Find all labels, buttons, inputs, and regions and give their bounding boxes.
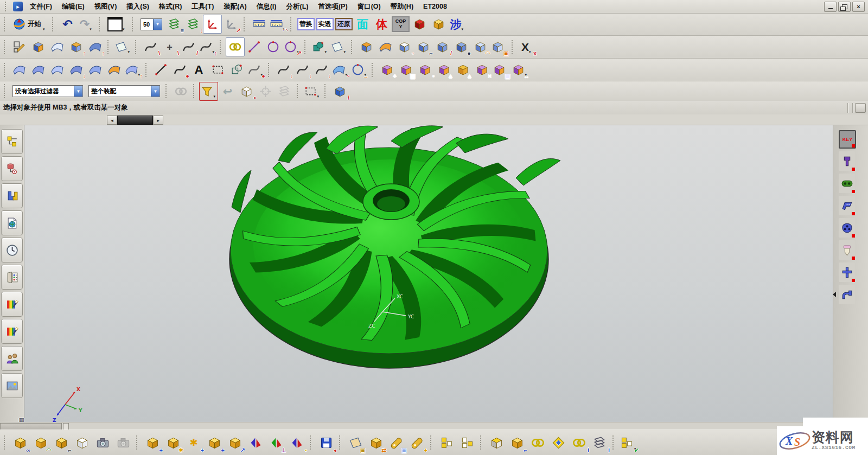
dropdown-arrow[interactable]: ▾ (462, 27, 465, 31)
minimize-button[interactable] (824, 2, 837, 12)
menu-format[interactable]: 格式(R) (154, 1, 187, 13)
snapshot-disabled-icon[interactable] (113, 432, 133, 453)
eraser-icon[interactable]: ▪ (237, 82, 256, 101)
show-component-icon[interactable]: ⌐ (51, 432, 72, 453)
menu-analysis[interactable]: 分析(L) (281, 1, 313, 13)
fillet-surface-icon[interactable] (105, 60, 124, 79)
sheet-mesh-icon[interactable] (48, 37, 67, 56)
move-object-icon[interactable]: + (378, 60, 397, 79)
dropdown-arrow[interactable]: ▾ (128, 50, 132, 54)
link-info-icon[interactable]: i (569, 432, 589, 453)
menu-information[interactable]: 信息(I) (252, 1, 282, 13)
cavity-icon[interactable]: ▫ (395, 37, 414, 56)
sequence-icon[interactable] (457, 432, 477, 453)
snapshot-icon[interactable] (92, 432, 113, 453)
offset-sheet-icon[interactable]: ↕ (86, 37, 105, 56)
display-color-swatch[interactable]: ▾ (105, 15, 129, 34)
relations-browser-icon[interactable]: i (589, 432, 610, 453)
curve-arc-icon[interactable]: ● (170, 60, 189, 79)
ruled-surface-icon[interactable] (10, 60, 29, 79)
trim-body-icon[interactable]: / (433, 37, 452, 56)
interference-check-button[interactable]: 涉▾ (448, 15, 467, 34)
remember-constraints-icon[interactable]: ◂ (316, 432, 336, 453)
scroll-left-button[interactable]: ◂ (107, 116, 117, 125)
copy-object-icon[interactable]: ▣ (397, 60, 416, 79)
delete-object-icon[interactable]: × (473, 60, 492, 79)
visualization-icon[interactable] (1, 292, 23, 317)
trim-curve-icon[interactable]: \ (141, 37, 160, 56)
edit-suppression-icon[interactable]: + (407, 432, 427, 453)
palette-collapse-arrow[interactable] (833, 292, 836, 297)
circle-icon[interactable] (264, 37, 283, 56)
interpart-rings-icon[interactable] (527, 432, 548, 453)
boss-icon[interactable]: ◠ (471, 37, 490, 56)
layer-visible-in-view-icon[interactable]: ↓ (184, 15, 203, 34)
section-curve-icon[interactable]: ~▾ (331, 60, 350, 79)
through-curves-icon[interactable] (29, 60, 48, 79)
pattern-circular-icon[interactable]: ▲ (454, 60, 473, 79)
rollback-icon[interactable]: ↩ (218, 82, 237, 101)
snap-point-funnel-icon[interactable]: ▾ (199, 82, 218, 101)
redo-icon[interactable]: ↷▾ (77, 15, 96, 34)
menu-window[interactable]: 窗口(O) (353, 1, 386, 13)
dropdown-arrow[interactable]: ▾ (344, 50, 348, 54)
palette-part-plug[interactable] (839, 151, 855, 171)
assembly-constraints-icon[interactable] (245, 432, 266, 453)
palette-part-elbow[interactable] (839, 285, 855, 304)
extrude-icon[interactable] (357, 37, 376, 56)
menu-preferences[interactable]: 首选项(P) (313, 1, 352, 13)
mirror-body-icon[interactable] (29, 37, 48, 56)
dropdown-arrow[interactable]: ▾ (43, 27, 47, 31)
history-icon[interactable] (1, 238, 23, 262)
mirror-assembly-icon[interactable]: ▣ (345, 432, 366, 453)
combined-projection-icon[interactable]: ↓ (293, 60, 312, 79)
constraint-types-icon[interactable]: ⊥ (266, 432, 286, 453)
extrude-sheet-icon[interactable]: ↑ (67, 37, 86, 56)
shaded-yellow-cube-icon[interactable] (429, 15, 448, 34)
menu-insert[interactable]: 插入(S) (122, 1, 154, 13)
show-degrees-freedom-icon[interactable]: ▪ (286, 432, 307, 453)
wcs-display-icon[interactable] (203, 15, 222, 34)
palette-part-key[interactable]: KEY (839, 130, 856, 149)
curve-line-icon[interactable] (151, 60, 170, 79)
sketch-icon[interactable] (10, 37, 29, 56)
component-groups-icon[interactable] (436, 432, 457, 453)
palette-part-shaft[interactable] (839, 262, 855, 282)
rectangle-select-icon[interactable]: ▾ (303, 82, 322, 101)
hole-icon[interactable]: ● (452, 37, 471, 56)
dropdown-arrow[interactable]: ▾ (529, 50, 533, 54)
constraint-navigator-icon[interactable] (1, 156, 23, 181)
section-surface-icon[interactable] (86, 60, 105, 79)
dropdown-arrow[interactable]: ▾ (90, 27, 93, 31)
system-palettes-icon[interactable] (1, 265, 23, 290)
scroll-thumb[interactable] (117, 116, 153, 125)
measure-distance-icon[interactable] (250, 15, 269, 34)
profile-curve-icon[interactable] (227, 60, 246, 79)
menu-tools[interactable]: 工具(T) (187, 1, 219, 13)
graphics-viewport[interactable]: XC YC ZC X Y Z (24, 125, 833, 422)
menu-assemblies[interactable]: 装配(A) (219, 1, 251, 13)
open-component-icon[interactable]: ◠ (30, 432, 51, 453)
replace-view-button[interactable]: 替换 (296, 15, 315, 34)
point-constructor-disabled-icon[interactable] (256, 82, 275, 101)
pattern-component-icon[interactable]: + (204, 432, 225, 453)
flange-surface-icon[interactable]: ↑▾ (124, 60, 143, 79)
wave-linker-icon[interactable] (548, 432, 569, 453)
restore-button[interactable] (838, 2, 851, 12)
paste-object-icon[interactable]: ▫ (416, 60, 435, 79)
boolean-unite-icon[interactable]: ▾ (310, 37, 329, 56)
menu-et2008[interactable]: ET2008 (418, 1, 452, 12)
face-display-button[interactable]: 面 (353, 15, 372, 34)
start-button[interactable]: 开始▾ (10, 15, 49, 34)
palette-part-pin[interactable] (839, 240, 855, 260)
expressions-icon[interactable]: Xx▾ (518, 37, 537, 56)
body-display-button[interactable]: 体 (372, 15, 391, 34)
swept-icon[interactable] (376, 37, 395, 56)
new-component-icon[interactable]: ✱ (163, 432, 183, 453)
wireframe-component-icon[interactable] (72, 432, 92, 453)
explode-view-icon[interactable] (486, 432, 507, 453)
dropdown-arrow[interactable]: ▾ (325, 50, 329, 54)
scene-editor-icon[interactable]: ▦ (1, 319, 23, 344)
shaded-red-cube-icon[interactable] (410, 15, 429, 34)
scroll-right-button[interactable]: ▸ (153, 116, 163, 125)
